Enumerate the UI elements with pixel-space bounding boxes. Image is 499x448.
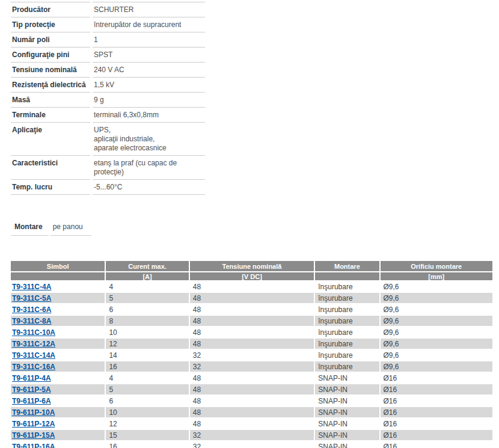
product-symbol-link[interactable]: T9-611P-15A bbox=[12, 431, 55, 440]
voltage-cell: 48 bbox=[190, 304, 314, 315]
hole-cell: Ø9,6 bbox=[381, 327, 492, 337]
current-cell: 6 bbox=[106, 396, 188, 406]
hole-cell: Ø9,6 bbox=[381, 350, 492, 360]
product-symbol-link[interactable]: T9-611P-12A bbox=[12, 420, 55, 428]
table-row: T9-311C-6A 6 48 înşurubare Ø9,6 bbox=[11, 304, 492, 315]
product-symbol-link[interactable]: T9-311C-4A bbox=[12, 283, 51, 291]
current-cell: 14 bbox=[106, 350, 188, 360]
hole-cell: Ø9,6 bbox=[381, 293, 492, 303]
voltage-cell: 32 bbox=[190, 430, 314, 440]
product-symbol-link[interactable]: T9-311C-10A bbox=[12, 328, 55, 337]
voltage-cell: 48 bbox=[190, 293, 314, 303]
spec-label: Terminale bbox=[11, 108, 90, 123]
spec-row: Număr poli 1 bbox=[11, 32, 205, 48]
mounting-cell: înşurubare bbox=[315, 293, 379, 303]
hole-cell: Ø16 bbox=[381, 396, 492, 406]
product-symbol-link[interactable]: T9-311C-8A bbox=[12, 317, 51, 325]
hole-cell: Ø16 bbox=[381, 419, 492, 429]
spec-label: Masă bbox=[11, 93, 90, 108]
spec-value: UPS, aplicaţii industriale, aparate elec… bbox=[93, 123, 205, 156]
spec-row: Configuraţie pini SPST bbox=[11, 48, 205, 63]
spec-row: Aplicaţie UPS, aplicaţii industriale, ap… bbox=[11, 123, 205, 156]
table-row: T9-311C-4A 4 48 înşurubare Ø9,6 bbox=[11, 281, 492, 292]
product-symbol-link[interactable]: T9-611P-4A bbox=[12, 374, 51, 382]
spec-row: Temp. lucru -5...60°C bbox=[11, 180, 205, 195]
mounting-cell: înşurubare bbox=[315, 327, 379, 337]
products-table-wrap: Simbol Curent max. Tensiune nominală Mon… bbox=[10, 260, 495, 448]
product-symbol-link[interactable]: T9-611P-6A bbox=[12, 397, 51, 405]
product-symbol-link[interactable]: T9-611P-5A bbox=[12, 385, 51, 394]
mounting-cell: înşurubare bbox=[315, 281, 379, 292]
spec-label: Număr poli bbox=[11, 32, 90, 48]
product-symbol-link[interactable]: T9-611P-16A bbox=[12, 443, 55, 448]
spec-table-body: Producător SCHURTER Tip protecţie întrer… bbox=[11, 2, 205, 195]
col-unit-simbol bbox=[11, 272, 105, 280]
current-cell: 5 bbox=[106, 293, 188, 303]
spec-value: 240 V AC bbox=[93, 63, 205, 78]
voltage-cell: 48 bbox=[190, 373, 314, 383]
mounting-cell: înşurubare bbox=[315, 339, 379, 349]
table-row: T9-311C-14A 14 32 înşurubare Ø9,6 bbox=[11, 350, 492, 360]
header-row-units: [A] [V DC] [mm] bbox=[11, 272, 492, 280]
table-row: T9-311C-12A 12 48 înşurubare Ø9,6 bbox=[11, 339, 492, 349]
hole-cell: Ø16 bbox=[381, 407, 492, 417]
current-cell: 12 bbox=[106, 419, 188, 429]
mounting-cell: SNAP-IN bbox=[315, 373, 379, 383]
table-row: T9-611P-16A 16 32 SNAP-IN Ø16 bbox=[11, 441, 492, 448]
col-header-simbol: Simbol bbox=[11, 261, 105, 271]
col-header-montare: Montare bbox=[315, 261, 379, 271]
current-cell: 16 bbox=[106, 441, 188, 448]
current-cell: 10 bbox=[106, 407, 188, 417]
current-cell: 15 bbox=[106, 430, 188, 440]
table-row: T9-311C-8A 8 48 înşurubare Ø9,6 bbox=[11, 316, 492, 326]
spec-label: Aplicaţie bbox=[11, 123, 90, 156]
col-unit-orificiu-montare: [mm] bbox=[381, 272, 492, 280]
mounting-cell: înşurubare bbox=[315, 316, 379, 326]
hole-cell: Ø16 bbox=[381, 373, 492, 383]
mounting-cell: înşurubare bbox=[315, 350, 379, 360]
voltage-cell: 32 bbox=[190, 361, 314, 372]
product-symbol-link[interactable]: T9-311C-14A bbox=[12, 351, 55, 360]
current-cell: 10 bbox=[106, 327, 188, 337]
mounting-cell: SNAP-IN bbox=[315, 419, 379, 429]
mounting-cell: înşurubare bbox=[315, 361, 379, 372]
spec-value: SCHURTER bbox=[93, 2, 205, 17]
product-symbol-link[interactable]: T9-311C-5A bbox=[12, 294, 51, 302]
col-unit-montare bbox=[315, 272, 379, 280]
table-row: T9-611P-4A 4 48 SNAP-IN Ø16 bbox=[11, 373, 492, 383]
hole-cell: Ø16 bbox=[381, 430, 492, 440]
spec-label: Tensiune nominală bbox=[11, 63, 90, 78]
voltage-cell: 48 bbox=[190, 281, 314, 292]
spec-row: Terminale terminali 6,3x0,8mm bbox=[11, 108, 205, 123]
current-cell: 4 bbox=[106, 281, 188, 292]
spec-row: Tip protecţie întrerupător de supracuren… bbox=[11, 17, 205, 32]
col-header-tensiune-nominala: Tensiune nominală bbox=[190, 261, 314, 271]
table-row: T9-611P-10A 10 48 SNAP-IN Ø16 bbox=[11, 407, 492, 417]
spec-label: Caracteristici bbox=[11, 156, 90, 180]
hole-cell: Ø16 bbox=[381, 384, 492, 394]
col-header-curent-max: Curent max. bbox=[106, 261, 188, 271]
table-row: T9-311C-5A 5 48 înşurubare Ø9,6 bbox=[11, 293, 492, 303]
product-symbol-link[interactable]: T9-311C-12A bbox=[12, 340, 55, 348]
voltage-cell: 48 bbox=[190, 327, 314, 337]
product-symbol-link[interactable]: T9-311C-6A bbox=[12, 305, 51, 314]
voltage-cell: 32 bbox=[190, 441, 314, 448]
product-symbol-link[interactable]: T9-311C-16A bbox=[12, 363, 55, 371]
mounting-cell: SNAP-IN bbox=[315, 384, 379, 394]
spec-row: Tensiune nominală 240 V AC bbox=[11, 63, 205, 78]
mounting-section: Montare pe panou bbox=[9, 222, 93, 236]
mounting-cell: SNAP-IN bbox=[315, 441, 379, 448]
product-symbol-link[interactable]: T9-611P-10A bbox=[12, 408, 55, 417]
voltage-cell: 48 bbox=[190, 316, 314, 326]
spec-row: Rezistenţă dielectrică 1,5 kV bbox=[11, 78, 205, 93]
spec-value: întrerupător de supracurent bbox=[93, 17, 205, 32]
spec-label: Tip protecţie bbox=[11, 17, 90, 32]
spec-value: SPST bbox=[93, 48, 205, 63]
current-cell: 8 bbox=[106, 316, 188, 326]
spec-value: 1,5 kV bbox=[93, 78, 205, 93]
current-cell: 4 bbox=[106, 373, 188, 383]
current-cell: 16 bbox=[106, 361, 188, 372]
voltage-cell: 32 bbox=[190, 350, 314, 360]
spec-value: 9 g bbox=[93, 93, 205, 108]
table-row: T9-611P-5A 5 48 SNAP-IN Ø16 bbox=[11, 384, 492, 394]
